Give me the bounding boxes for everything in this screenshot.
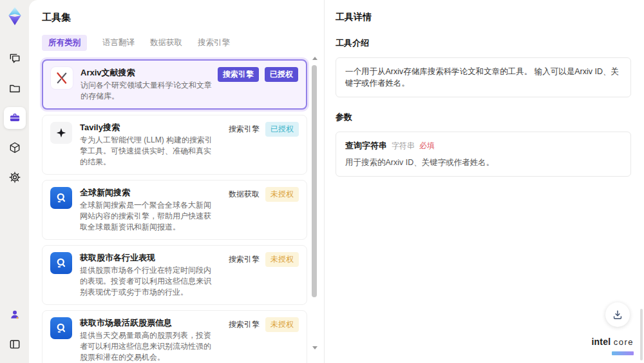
- parameter-required-badge: 必填: [419, 140, 435, 152]
- detail-title: 工具详情: [336, 12, 631, 23]
- tool-name: Arxiv文献搜索: [80, 67, 213, 79]
- tool-auth-badge: 未授权: [265, 317, 299, 332]
- tool-badges: 搜索引擎 未授权: [229, 317, 299, 332]
- scroll-up-arrow-icon[interactable]: [312, 57, 317, 60]
- tool-badges: 搜索引擎 未授权: [229, 252, 299, 267]
- tool-category-badge: 搜索引擎: [229, 319, 260, 330]
- tool-auth-badge: 已授权: [265, 67, 298, 82]
- tool-card-tavily[interactable]: Tavily搜索 专为人工智能代理 (LLM) 构建的搜索引擎工具。可快速提供实…: [42, 115, 307, 175]
- tool-auth-badge: 未授权: [265, 187, 299, 202]
- tool-auth-badge: 未授权: [265, 252, 299, 267]
- sparkle-star-icon: [50, 122, 72, 144]
- tool-category-badge: 搜索引擎: [229, 254, 260, 265]
- tool-description: 访问各个研究领域大量科学论文和文章的存储库。: [80, 80, 213, 102]
- folder-icon[interactable]: [4, 77, 26, 99]
- tool-intro-text: 一个用于从Arxiv存储库搜索科学论文和文章的工具。 输入可以是Arxiv ID…: [345, 67, 619, 88]
- tab-language-translation[interactable]: 语言翻译: [102, 37, 135, 48]
- blue-search-logo-icon: [50, 317, 72, 339]
- panel-toggle-icon[interactable]: [4, 333, 26, 355]
- download-icon: [611, 308, 624, 321]
- user-icon[interactable]: [4, 304, 26, 326]
- tool-name: Tavily搜索: [80, 122, 213, 133]
- download-button[interactable]: [605, 302, 630, 327]
- tool-badges: 搜索引擎 已授权: [218, 67, 298, 82]
- tool-auth-badge: 已授权: [265, 122, 299, 137]
- tool-card-arxiv[interactable]: Arxiv文献搜索 访问各个研究领域大量科学论文和文章的存储库。 搜索引擎 已授…: [42, 59, 307, 110]
- arxiv-logo-icon: [51, 67, 73, 89]
- tool-description: 提供当天交易量最高的股票列表，投资者可以利用这些信息来识别流动性强的股票和潜在的…: [80, 330, 213, 363]
- chat-icon[interactable]: [4, 48, 26, 70]
- tab-search-engine[interactable]: 搜索引擎: [198, 37, 230, 48]
- list-scrollbar[interactable]: [311, 57, 317, 349]
- window-scrollbar[interactable]: [640, 309, 643, 360]
- settings-icon[interactable]: [4, 166, 26, 188]
- page-title: 工具集: [42, 12, 324, 24]
- tool-detail-panel: 工具详情 工具介绍 一个用于从Arxiv存储库搜索科学论文和文章的工具。 输入可…: [325, 0, 644, 363]
- tool-description: 全球新闻搜索是一个聚合全球各大新闻网站内容的搜索引擎，帮助用户快速获取全球最新资…: [80, 200, 213, 233]
- app-logo-icon: [5, 6, 24, 26]
- blue-search-logo-icon: [50, 187, 72, 209]
- params-heading: 参数: [336, 112, 631, 123]
- category-tabs: 所有类别 语言翻译 数据获取 搜索引擎: [42, 35, 324, 51]
- tool-badges: 搜索引擎 已授权: [229, 122, 299, 137]
- tool-description: 提供股票市场各个行业在特定时间段内的表现。投资者可以利用这些信息来识别表现优于或…: [80, 265, 213, 298]
- tool-name: 全球新闻搜索: [80, 187, 213, 199]
- app-window: 工具集 所有类别 语言翻译 数据获取 搜索引擎: [0, 0, 644, 363]
- brand-core: core: [614, 337, 634, 347]
- parameter-type: 字符串: [392, 140, 415, 152]
- intel-core-logo: intel core: [591, 337, 634, 357]
- tool-category-badge: 搜索引擎: [229, 124, 260, 135]
- intro-heading: 工具介绍: [336, 37, 631, 49]
- parameter-name: 查询字符串: [345, 140, 387, 152]
- toolbox-icon[interactable]: [4, 107, 26, 129]
- tool-category-badge: 数据获取: [229, 189, 260, 200]
- brand-intel: intel: [591, 337, 611, 347]
- tool-list-panel: 工具集 所有类别 语言翻译 数据获取 搜索引擎: [29, 0, 324, 363]
- brand-gradient-strip: [612, 351, 634, 355]
- package-icon[interactable]: [4, 137, 26, 159]
- tool-card-global-news[interactable]: 全球新闻搜索 全球新闻搜索是一个聚合全球各大新闻网站内容的搜索引擎，帮助用户快速…: [42, 180, 307, 240]
- main-content: 工具集 所有类别 语言翻译 数据获取 搜索引擎: [29, 0, 644, 363]
- tool-intro-box: 一个用于从Arxiv存储库搜索科学论文和文章的工具。 输入可以是Arxiv ID…: [336, 57, 631, 97]
- scrollbar-thumb[interactable]: [312, 65, 317, 297]
- tab-all-categories[interactable]: 所有类别: [42, 35, 87, 51]
- parameter-box: 查询字符串 字符串 必填 用于搜索的Arxiv ID、关键字或作者姓名。: [336, 132, 631, 177]
- tool-description: 专为人工智能代理 (LLM) 构建的搜索引擎工具。可快速提供实时、准确和真实的结…: [80, 135, 213, 168]
- tool-card-sector-performance[interactable]: 获取股市各行业表现 提供股票市场各个行业在特定时间段内的表现。投资者可以利用这些…: [42, 245, 307, 305]
- scroll-down-arrow-icon[interactable]: [312, 346, 317, 349]
- left-rail: [0, 0, 29, 363]
- tool-name: 获取股市各行业表现: [80, 252, 213, 264]
- parameter-description: 用于搜索的Arxiv ID、关键字或作者姓名。: [345, 157, 621, 168]
- tool-list: Arxiv文献搜索 访问各个研究领域大量科学论文和文章的存储库。 搜索引擎 已授…: [42, 59, 307, 363]
- tool-category-badge: 搜索引擎: [218, 67, 259, 82]
- tab-data-fetch[interactable]: 数据获取: [150, 37, 182, 48]
- tool-name: 获取市场最活跃股票信息: [80, 317, 213, 329]
- tool-badges: 数据获取 未授权: [229, 187, 299, 202]
- tool-card-active-stocks[interactable]: 获取市场最活跃股票信息 提供当天交易量最高的股票列表，投资者可以利用这些信息来识…: [42, 310, 307, 363]
- blue-search-logo-icon: [50, 252, 72, 274]
